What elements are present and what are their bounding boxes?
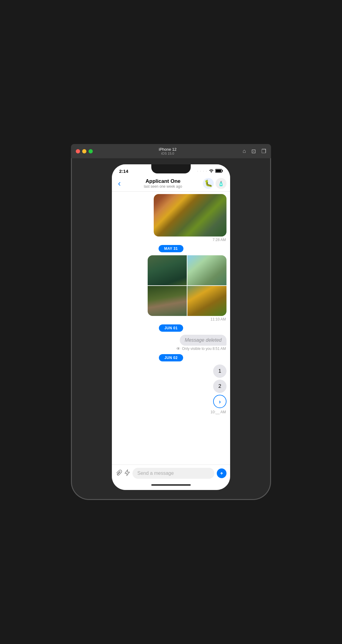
nav-title-area: Applicant One last seen one week ago bbox=[123, 178, 203, 189]
wifi-icon bbox=[209, 169, 214, 173]
numbered-message-2: 2 bbox=[112, 380, 230, 393]
home-bar bbox=[151, 484, 191, 486]
signal-icon: · · · · bbox=[197, 169, 207, 173]
date-pill-jun02: JUN 02 bbox=[112, 354, 230, 361]
minimize-button[interactable] bbox=[82, 149, 86, 153]
close-button[interactable] bbox=[76, 149, 80, 153]
numbered-bubble-1[interactable]: 1 bbox=[213, 364, 226, 378]
bug-icon-button[interactable]: 🐛 bbox=[203, 178, 214, 189]
chat-area[interactable]: 7:28 AM MAY 31 11:10 AM JUN 01 bbox=[112, 192, 230, 465]
deleted-bubble: Message deleted bbox=[180, 335, 226, 346]
eye-icon: 👁 bbox=[176, 346, 180, 351]
photo-cell-2[interactable] bbox=[187, 255, 226, 285]
traffic-lights bbox=[76, 149, 93, 153]
notch bbox=[151, 164, 191, 173]
numbered-bubble-2[interactable]: 2 bbox=[213, 380, 226, 393]
numbered-message-1: 1 bbox=[112, 364, 230, 378]
back-button[interactable]: ‹ bbox=[116, 178, 123, 189]
numbered-message-3: 3 › bbox=[112, 395, 230, 408]
last-seen: last seen one week ago bbox=[123, 184, 203, 189]
input-bar: Send a message bbox=[112, 465, 230, 482]
message-input[interactable]: Send a message bbox=[132, 468, 214, 479]
expand-chevron[interactable]: › bbox=[213, 395, 226, 408]
avatar-button[interactable]: 🧴 bbox=[216, 178, 226, 189]
status-icons: · · · · bbox=[197, 169, 223, 174]
photo-landscape[interactable] bbox=[154, 194, 226, 236]
photo-cell-3[interactable] bbox=[148, 286, 187, 316]
date-pill-jun01: JUN 01 bbox=[112, 324, 230, 332]
contact-name: Applicant One bbox=[123, 178, 203, 184]
photo-grid[interactable] bbox=[148, 255, 226, 316]
message-deleted-row: Message deleted bbox=[112, 335, 230, 346]
phone-screen: 2:14 · · · · ‹ Applicant One last seen o… bbox=[112, 164, 230, 490]
deleted-meta: 👁 Only visible to you 8:51 AM bbox=[112, 346, 230, 351]
avatar-icon: 🧴 bbox=[218, 181, 224, 186]
nav-header: ‹ Applicant One last seen one week ago 🐛… bbox=[112, 176, 230, 192]
svg-rect-2 bbox=[222, 170, 223, 172]
device-info: iPhone 12 iOS 15.0 bbox=[96, 147, 239, 155]
status-time: 2:14 bbox=[119, 169, 128, 174]
device-name: iPhone 12 bbox=[96, 147, 239, 152]
message-photo-grid bbox=[112, 255, 230, 316]
nav-actions: 🐛 🧴 bbox=[203, 178, 226, 189]
svg-rect-1 bbox=[216, 169, 221, 172]
toolbar-icons: ⌂ ⊡ ❐ bbox=[243, 148, 266, 155]
attachment-icon[interactable] bbox=[116, 469, 122, 478]
battery-icon bbox=[215, 169, 223, 174]
screenshot-icon[interactable]: ⊡ bbox=[251, 148, 256, 155]
message-image-landscape bbox=[112, 194, 230, 236]
msg-time-2: 11:10 AM bbox=[116, 317, 226, 321]
photo-cell-1[interactable] bbox=[148, 255, 187, 285]
date-may31: MAY 31 bbox=[159, 245, 183, 252]
date-jun02: JUN 02 bbox=[159, 354, 183, 361]
ios-version: iOS 15.0 bbox=[96, 152, 239, 155]
date-jun01: JUN 01 bbox=[159, 324, 183, 332]
lightning-icon[interactable] bbox=[125, 469, 130, 478]
status-bar: 2:14 · · · · bbox=[112, 164, 230, 176]
home-icon[interactable]: ⌂ bbox=[243, 148, 246, 155]
bug-icon: 🐛 bbox=[204, 179, 213, 187]
msg-time-1: 7:28 AM bbox=[116, 238, 226, 242]
only-visible-text: Only visible to you 8:51 AM bbox=[182, 347, 226, 351]
simulator-toolbar: iPhone 12 iOS 15.0 ⌂ ⊡ ❐ bbox=[71, 144, 271, 158]
msg-time-4: 10:__ AM bbox=[116, 410, 226, 414]
photo-cell-4[interactable] bbox=[187, 286, 226, 316]
phone-frame: 2:14 · · · · ‹ Applicant One last seen o… bbox=[71, 158, 271, 500]
send-button[interactable] bbox=[217, 468, 226, 478]
home-indicator bbox=[112, 482, 230, 490]
window-icon[interactable]: ❐ bbox=[261, 148, 266, 155]
date-pill-may31: MAY 31 bbox=[112, 245, 230, 252]
maximize-button[interactable] bbox=[89, 149, 93, 153]
